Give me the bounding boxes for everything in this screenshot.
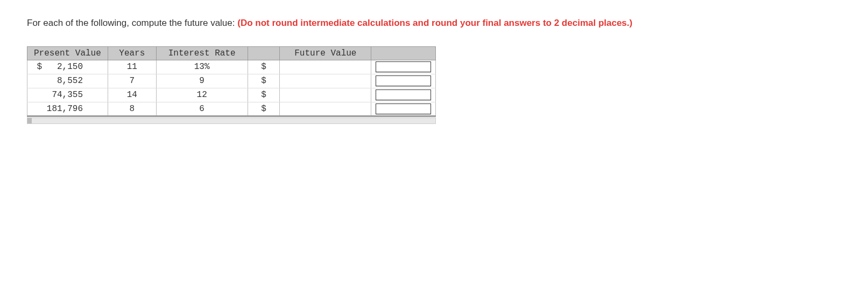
pv-value: 74,355 — [45, 90, 83, 100]
scrollbar-thumb[interactable] — [27, 118, 32, 123]
table-row: $2,150 11 13% $ — [27, 60, 436, 74]
future-value-input[interactable] — [376, 61, 431, 72]
instructions-highlight: (Do not round intermediate calculations … — [237, 18, 632, 28]
cell-fv-symbol: $ — [248, 88, 280, 102]
cell-years: 7 — [108, 74, 156, 88]
cell-fv-symbol: $ — [248, 102, 280, 116]
future-value-input[interactable] — [376, 89, 431, 100]
cell-fv-blank — [280, 88, 371, 102]
cell-fv-blank — [280, 102, 371, 116]
cell-present-value: 181,796 — [27, 102, 108, 116]
cell-fv-symbol: $ — [248, 60, 280, 74]
pv-value: 2,150 — [45, 62, 83, 72]
cell-rate: 13% — [156, 60, 248, 74]
instructions-prefix: For each of the following, compute the f… — [27, 18, 237, 28]
future-value-input[interactable] — [376, 103, 431, 114]
cell-fv-blank — [280, 60, 371, 74]
cell-rate: 9 — [156, 74, 248, 88]
table-row: 181,796 8 6 $ — [27, 102, 436, 116]
cell-fv-input — [371, 88, 436, 102]
table-container: Present Value Years Interest Rate Future… — [27, 46, 436, 124]
cell-years: 11 — [108, 60, 156, 74]
future-value-table: Present Value Years Interest Rate Future… — [27, 46, 436, 117]
header-blank — [248, 46, 280, 60]
pv-value: 181,796 — [45, 104, 83, 114]
cell-present-value: 74,355 — [27, 88, 108, 102]
horizontal-scrollbar[interactable] — [27, 118, 436, 124]
instructions-text: For each of the following, compute the f… — [27, 16, 673, 30]
pv-symbol: $ — [32, 62, 45, 72]
cell-present-value: $2,150 — [27, 60, 108, 74]
cell-fv-input — [371, 60, 436, 74]
cell-fv-input — [371, 74, 436, 88]
cell-rate: 12 — [156, 88, 248, 102]
pv-value: 8,552 — [45, 76, 83, 86]
cell-present-value: 8,552 — [27, 74, 108, 88]
table-header-row: Present Value Years Interest Rate Future… — [27, 46, 436, 60]
cell-years: 14 — [108, 88, 156, 102]
future-value-input[interactable] — [376, 75, 431, 86]
cell-fv-symbol: $ — [248, 74, 280, 88]
cell-years: 8 — [108, 102, 156, 116]
header-input-blank — [371, 46, 436, 60]
header-interest-rate: Interest Rate — [156, 46, 248, 60]
header-years: Years — [108, 46, 156, 60]
cell-fv-blank — [280, 74, 371, 88]
table-row: 74,355 14 12 $ — [27, 88, 436, 102]
header-present-value: Present Value — [27, 46, 108, 60]
cell-fv-input — [371, 102, 436, 116]
cell-rate: 6 — [156, 102, 248, 116]
table-row: 8,552 7 9 $ — [27, 74, 436, 88]
header-future-value: Future Value — [280, 46, 371, 60]
